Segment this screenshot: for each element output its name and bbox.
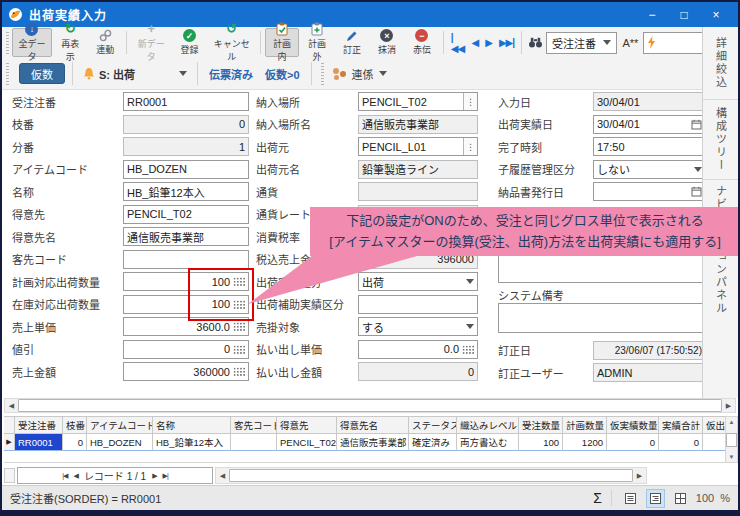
payout-amount-field[interactable]: 0 xyxy=(358,362,478,381)
system-note-textarea[interactable] xyxy=(498,303,706,333)
search-target-select[interactable]: 受注注番 xyxy=(546,32,617,54)
register-button[interactable]: ✓ 登録 xyxy=(172,28,206,57)
receivable-target-field[interactable]: する xyxy=(358,317,478,336)
binoculars-icon[interactable] xyxy=(526,37,545,48)
scroll-right-icon[interactable]: ▶ xyxy=(633,469,646,482)
close-button[interactable]: × xyxy=(700,4,732,25)
item-code-field[interactable]: HB_DOZEN xyxy=(123,160,249,179)
scroll-right-icon[interactable]: ▶ xyxy=(722,399,735,412)
header-cell[interactable]: 得意先名 xyxy=(337,417,409,434)
toolbar-grip[interactable] xyxy=(321,63,324,85)
table-row[interactable]: ▶RR00010HB_DOZENHB_鉛筆12本入PENCIL_T02通信販売事… xyxy=(4,434,725,451)
first-record-button[interactable]: |◀◀ xyxy=(448,32,468,54)
scrollbar-thumb[interactable] xyxy=(18,399,722,412)
table-cell[interactable]: 0 xyxy=(607,434,659,451)
lookup-button[interactable]: ⋮ xyxy=(463,93,477,110)
header-cell[interactable]: 実績合計 xyxy=(659,417,703,434)
table-cell[interactable] xyxy=(231,434,277,451)
header-cell[interactable]: 客先コード xyxy=(231,417,277,434)
scroll-left-icon[interactable]: ◀ xyxy=(5,399,18,412)
header-cell[interactable]: アイテムコード xyxy=(87,417,153,434)
prev-record-icon[interactable]: ◀ xyxy=(73,472,77,480)
kasu-toggle-button[interactable]: 仮数 xyxy=(19,63,65,84)
out-plan-button[interactable]: 計画外 xyxy=(300,28,334,57)
correct-button[interactable]: 訂正 xyxy=(335,28,369,57)
input-date-field[interactable]: 30/04/01 xyxy=(593,92,706,111)
table-cell[interactable]: RR0001 xyxy=(15,434,63,451)
order-no-field[interactable]: RR0001 xyxy=(123,92,249,111)
table-cell[interactable]: 0 xyxy=(63,434,87,451)
table-cell[interactable]: 100 xyxy=(519,434,563,451)
prev-record-button[interactable]: ◀ xyxy=(469,37,482,48)
toolbar-grip[interactable] xyxy=(6,32,9,54)
customer-name-field[interactable]: 通信販売事業部 xyxy=(123,227,249,246)
table-cell[interactable]: 通信販売事業部 xyxy=(337,434,409,451)
header-cell[interactable]: 枝番 xyxy=(63,417,87,434)
status-filter-select[interactable]: S: 出荷 xyxy=(80,63,190,84)
header-cell[interactable]: 仮実績数量 xyxy=(607,417,659,434)
grid-view-icon[interactable] xyxy=(671,489,690,508)
finish-time-field[interactable]: 17:50 xyxy=(593,137,706,156)
form-view-icon[interactable] xyxy=(621,489,640,508)
new-data-button[interactable]: + 新データ xyxy=(131,28,171,57)
remarks-textarea[interactable] xyxy=(498,255,706,283)
header-cell[interactable]: 計画数量 xyxy=(563,417,607,434)
header-cell[interactable]: 仮出荷合計 xyxy=(703,417,725,434)
table-cell[interactable] xyxy=(703,434,725,451)
erase-button[interactable]: × 抹消 xyxy=(370,28,404,57)
tab-structure-tree[interactable]: 構成ツリー xyxy=(703,99,738,179)
discount-field[interactable]: 0 xyxy=(123,340,249,359)
table-cell[interactable]: HB_DOZEN xyxy=(87,434,153,451)
header-cell[interactable]: 受注数量 xyxy=(519,417,563,434)
kasu-gt0-toggle[interactable]: 仮数>0 xyxy=(261,66,304,82)
all-data-button[interactable]: ↓ 全データ xyxy=(12,28,52,57)
delivery-note-date-field[interactable] xyxy=(593,182,706,201)
item-name-field[interactable]: HB_鉛筆12本入 xyxy=(123,182,249,201)
grid-vertical-scrollbar[interactable]: ▲ ▼ xyxy=(725,416,738,463)
child-history-select[interactable]: しない xyxy=(593,160,706,179)
sales-amount-field[interactable]: 360000 xyxy=(123,362,249,381)
next-record-button[interactable]: ▶ xyxy=(482,37,495,48)
refresh-button[interactable]: ↻ 再表示 xyxy=(53,28,87,57)
ship-from-field[interactable]: PENCIL_L01⋮ xyxy=(358,137,478,156)
split-no-field[interactable]: 1 xyxy=(123,137,249,156)
calendar-icon[interactable] xyxy=(691,119,702,130)
table-cell[interactable]: PENCIL_T02 xyxy=(277,434,337,451)
minimize-button[interactable]: − xyxy=(636,4,668,25)
form-horizontal-scrollbar[interactable]: ◀ ▶ xyxy=(4,398,736,413)
red-slip-button[interactable]: − 赤伝 xyxy=(405,28,439,57)
toolbar-grip[interactable] xyxy=(6,63,9,85)
client-code-field[interactable] xyxy=(123,250,249,269)
last-record-icon[interactable]: ▶| xyxy=(163,472,168,480)
delivery-place-name-field[interactable]: 通信販売事業部 xyxy=(358,115,478,134)
calendar-icon[interactable] xyxy=(691,186,702,197)
scroll-left-icon[interactable]: ◀ xyxy=(216,469,229,482)
header-cell[interactable]: 受注注番 xyxy=(15,417,63,434)
first-record-icon[interactable]: |◀ xyxy=(62,472,67,480)
renkei-menu-button[interactable]: 連係 xyxy=(330,66,390,82)
table-cell[interactable]: 両方書込む xyxy=(457,434,519,451)
header-cell[interactable]: 織込みレベル xyxy=(457,417,519,434)
row-selector-cell[interactable]: ▶ xyxy=(4,434,15,451)
in-plan-button[interactable]: 計画内 xyxy=(265,28,299,57)
scroll-up-icon[interactable]: ▲ xyxy=(729,419,735,425)
delivery-place-field[interactable]: PENCIL_T02⋮ xyxy=(358,92,478,111)
header-cell[interactable]: 得意先 xyxy=(277,417,337,434)
maximize-button[interactable]: □ xyxy=(668,4,700,25)
scrollbar-thumb[interactable] xyxy=(726,433,737,447)
header-cell[interactable]: ステータス xyxy=(409,417,457,434)
payout-unit-price-field[interactable]: 0.0 xyxy=(358,340,478,359)
table-cell[interactable]: 1200 xyxy=(563,434,607,451)
slip-done-toggle[interactable]: 伝票済み xyxy=(205,66,257,82)
header-cell[interactable]: 名称 xyxy=(153,417,231,434)
table-cell[interactable]: 0 xyxy=(659,434,703,451)
cancel-button[interactable]: ↺ キャンセル xyxy=(207,28,256,57)
ship-date-field[interactable]: 30/04/01 xyxy=(593,115,706,134)
currency-field[interactable] xyxy=(358,182,478,201)
link-button[interactable]: 連動 xyxy=(88,28,122,57)
tab-detail-filter[interactable]: 詳細絞込 xyxy=(703,27,738,99)
customer-field[interactable]: PENCIL_T02 xyxy=(123,205,249,224)
table-cell[interactable]: 確定済み xyxy=(409,434,457,451)
ship-from-name-field[interactable]: 鉛筆製造ライン xyxy=(358,160,478,179)
last-record-button[interactable]: ▶▶| xyxy=(496,37,517,48)
